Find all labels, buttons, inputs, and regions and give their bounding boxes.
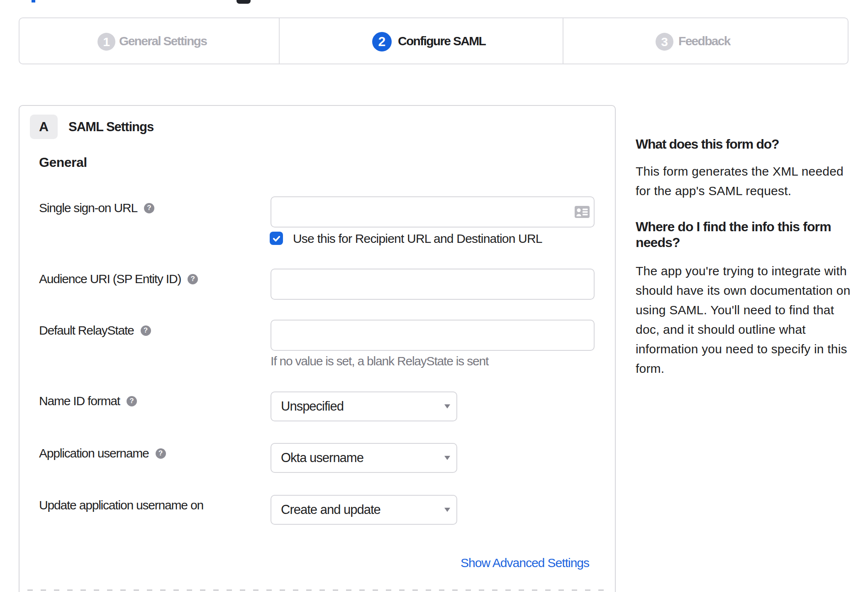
relaystate-hint: If no value is set, a blank RelayState i… (271, 354, 488, 369)
application-username-label: Application username ? (39, 446, 166, 461)
step-1-number: 1 (98, 33, 115, 51)
wizard-stepper: 1 General Settings 2 Configure SAML 3 Fe… (19, 17, 848, 64)
chevron-down-icon (444, 404, 450, 409)
help-icon[interactable]: ? (156, 448, 166, 459)
general-heading: General (39, 155, 87, 170)
checkmark-icon (272, 234, 281, 243)
card-header: A SAML Settings (30, 115, 154, 139)
configure-saml-page: 1 General Settings 2 Configure SAML 3 Fe… (0, 0, 868, 592)
step-3-number: 3 (656, 33, 673, 51)
sidebar-paragraph-1: This form generates the XML needed for t… (636, 161, 844, 201)
step-2-number: 2 (372, 32, 392, 51)
cropped-blue-element (32, 0, 35, 2)
help-icon[interactable]: ? (144, 203, 154, 213)
cropped-app-logo (237, 0, 251, 4)
single-sign-on-url-input[interactable] (271, 196, 595, 228)
update-username-select[interactable]: Create and update (271, 495, 457, 525)
update-username-label: Update application username on (39, 498, 203, 513)
application-username-select[interactable]: Okta username (271, 443, 457, 473)
sidebar-paragraph-2: The app you're trying to integrate with … (636, 261, 851, 378)
chevron-down-icon (444, 456, 450, 460)
audience-uri-label: Audience URI (SP Entity ID) ? (39, 272, 198, 286)
stepper-divider (279, 18, 280, 64)
dashed-divider (27, 590, 610, 591)
stepper-divider (563, 18, 563, 64)
sidebar-heading-1: What does this form do? (636, 136, 779, 152)
chevron-down-icon (444, 508, 450, 512)
default-relaystate-label: Default RelayState ? (39, 323, 151, 338)
use-for-recipient-label: Use this for Recipient URL and Destinati… (293, 231, 542, 246)
use-for-recipient-checkbox[interactable] (270, 232, 283, 245)
show-advanced-settings-link[interactable]: Show Advanced Settings (461, 555, 589, 570)
name-id-format-select[interactable]: Unspecified (271, 391, 457, 421)
audience-uri-input[interactable] (271, 269, 595, 300)
card-title: SAML Settings (68, 120, 154, 135)
contact-card-icon (575, 206, 590, 218)
help-icon[interactable]: ? (127, 396, 137, 406)
default-relaystate-input[interactable] (271, 320, 595, 351)
help-icon[interactable]: ? (141, 325, 151, 336)
section-a-badge: A (30, 115, 58, 139)
name-id-format-label: Name ID format ? (39, 394, 137, 409)
help-icon[interactable]: ? (188, 274, 198, 284)
single-sign-on-url-label: Single sign-on URL ? (39, 201, 154, 215)
sidebar-heading-2: Where do I find the info this form needs… (636, 219, 831, 250)
